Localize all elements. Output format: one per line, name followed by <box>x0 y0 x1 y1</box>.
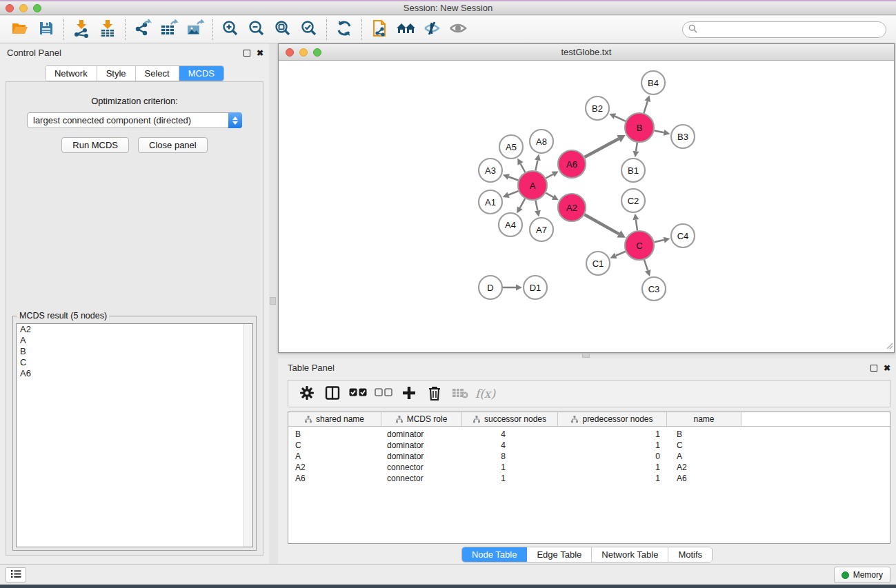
edge-B-B1[interactable] <box>636 143 637 152</box>
deselect-all-rows-button[interactable] <box>370 382 396 405</box>
column-header-successor-nodes[interactable]: successor nodes <box>462 412 558 426</box>
edge-A-A7[interactable] <box>535 201 537 211</box>
network-zoom-button[interactable] <box>313 48 321 57</box>
open-session-button[interactable] <box>7 17 33 42</box>
column-header-predecessor-nodes[interactable]: predecessor nodes <box>558 412 667 426</box>
splitter-grip[interactable] <box>270 297 276 305</box>
vertical-splitter[interactable] <box>269 43 278 564</box>
tab-style[interactable]: Style <box>97 66 136 81</box>
table-row-b[interactable]: Bdominator41B <box>288 429 890 440</box>
cell-predecessor-nodes[interactable]: 1 <box>558 429 667 439</box>
result-item-b[interactable]: B <box>17 346 252 357</box>
window-resize-handle[interactable] <box>885 341 893 352</box>
network-minimize-button[interactable] <box>299 48 308 57</box>
cell-mcds-role[interactable]: dominator <box>381 452 462 461</box>
edge-B-B2[interactable] <box>615 116 626 121</box>
edge-C-C2[interactable] <box>636 220 637 230</box>
table-row-a2[interactable]: A2connector11A2 <box>288 462 890 473</box>
show-hidden-button[interactable] <box>445 17 471 42</box>
minimize-window-button[interactable] <box>19 4 28 12</box>
result-item-a2[interactable]: A2 <box>17 324 252 335</box>
table-close-panel-icon[interactable]: ✖ <box>884 365 890 372</box>
float-panel-icon[interactable] <box>243 50 250 57</box>
cell-name[interactable]: B <box>667 429 741 439</box>
tab-motifs[interactable]: Motifs <box>668 547 712 562</box>
tab-mcds[interactable]: MCDS <box>179 66 223 81</box>
network-canvas[interactable]: B4B2BB3A5A8A6A3B1AA1C2A2A4A7C4CC1C3DD1 <box>279 61 894 352</box>
zoom-in-button[interactable] <box>217 17 243 42</box>
export-table-button[interactable] <box>156 17 182 42</box>
table-row-a[interactable]: Adominator80A <box>288 451 890 462</box>
column-header-name[interactable]: name <box>667 412 741 426</box>
show-columns-button[interactable] <box>319 382 345 405</box>
edge-A6-B[interactable] <box>584 139 619 157</box>
edge-C-C1[interactable] <box>616 252 626 256</box>
search-field[interactable] <box>682 21 886 38</box>
close-panel-button[interactable]: Close panel <box>138 137 208 153</box>
cell-mcds-role[interactable]: connector <box>381 463 462 472</box>
network-close-button[interactable] <box>286 48 294 57</box>
cell-mcds-role[interactable]: dominator <box>381 440 462 450</box>
export-image-button[interactable] <box>182 17 208 42</box>
cell-predecessor-nodes[interactable]: 1 <box>558 440 667 450</box>
cell-mcds-role[interactable]: connector <box>381 474 462 483</box>
result-item-a6[interactable]: A6 <box>17 368 252 379</box>
tab-network[interactable]: Network <box>46 66 97 81</box>
column-header-mcds-role[interactable]: MCDS role <box>381 412 462 426</box>
close-window-button[interactable] <box>6 4 14 12</box>
edge-A2-C[interactable] <box>584 214 619 234</box>
edge-C-C4[interactable] <box>654 240 664 242</box>
cell-mcds-role[interactable]: dominator <box>381 429 462 439</box>
edge-A-A3[interactable] <box>508 176 518 180</box>
zoom-selected-button[interactable] <box>296 17 322 42</box>
cell-shared-name[interactable]: A <box>288 452 381 461</box>
cell-shared-name[interactable]: B <box>288 429 381 439</box>
import-network-button[interactable] <box>68 17 94 42</box>
table-row-a6[interactable]: A6connector11A6 <box>288 473 890 484</box>
network-from-selection-button[interactable] <box>366 17 392 42</box>
run-mcds-button[interactable]: Run MCDS <box>61 137 129 153</box>
import-table-button[interactable] <box>94 17 121 42</box>
table-row-c[interactable]: Cdominator41C <box>288 440 890 451</box>
cell-successor-nodes[interactable]: 1 <box>462 474 558 483</box>
cell-successor-nodes[interactable]: 1 <box>462 463 558 472</box>
search-input[interactable] <box>701 25 880 34</box>
result-list-scrollbar[interactable] <box>243 324 252 547</box>
result-item-a[interactable]: A <box>17 335 252 346</box>
cell-shared-name[interactable]: A6 <box>288 474 381 483</box>
cell-name[interactable]: C <box>667 440 741 450</box>
delete-column-button[interactable] <box>421 382 447 405</box>
edge-C-C3[interactable] <box>644 260 648 271</box>
edge-A-A4[interactable] <box>520 199 526 207</box>
result-item-c[interactable]: C <box>17 357 252 368</box>
edge-A-A6[interactable] <box>546 174 552 179</box>
houses-button[interactable] <box>392 17 419 42</box>
add-column-button[interactable] <box>396 382 421 405</box>
tab-select[interactable]: Select <box>136 66 179 81</box>
save-session-button[interactable] <box>33 17 59 42</box>
memory-button[interactable]: Memory <box>834 567 890 583</box>
cell-predecessor-nodes[interactable]: 1 <box>558 474 667 483</box>
tab-edge-table[interactable]: Edge Table <box>527 547 592 562</box>
export-network-button[interactable] <box>130 17 156 42</box>
cell-successor-nodes[interactable]: 8 <box>462 452 558 461</box>
zoom-out-button[interactable] <box>243 17 270 42</box>
zoom-window-button[interactable] <box>33 4 41 12</box>
edge-A-A5[interactable] <box>521 163 526 172</box>
edge-A-A1[interactable] <box>508 191 518 195</box>
task-history-button[interactable] <box>6 567 26 582</box>
cell-predecessor-nodes[interactable]: 0 <box>558 452 667 461</box>
tab-node-table[interactable]: Node Table <box>462 547 528 562</box>
table-float-panel-icon[interactable] <box>870 365 877 372</box>
edge-B-B4[interactable] <box>644 101 647 113</box>
cell-successor-nodes[interactable]: 4 <box>462 429 558 439</box>
table-settings-button[interactable] <box>294 382 319 405</box>
cell-shared-name[interactable]: C <box>288 440 381 450</box>
hide-others-button[interactable] <box>419 17 445 42</box>
cell-successor-nodes[interactable]: 4 <box>462 440 558 450</box>
criterion-select[interactable]: largest connected component (directed) <box>27 112 242 128</box>
cell-name[interactable]: A6 <box>667 474 741 483</box>
zoom-fit-button[interactable] <box>270 17 296 42</box>
cell-predecessor-nodes[interactable]: 1 <box>558 463 667 472</box>
mcds-result-list[interactable]: A2ABCA6 <box>16 323 253 547</box>
